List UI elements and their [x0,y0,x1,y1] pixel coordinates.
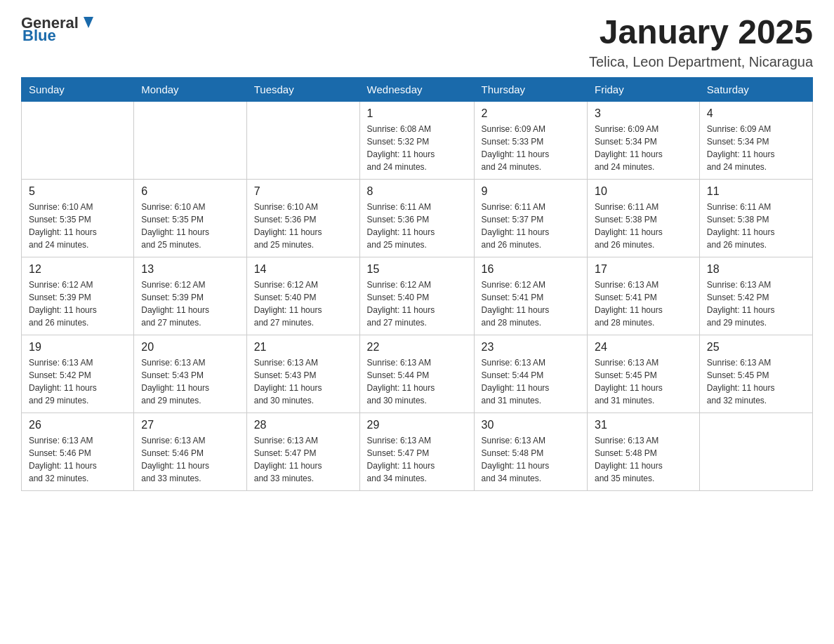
day-info: Sunrise: 6:09 AM Sunset: 5:34 PM Dayligh… [707,123,805,173]
calendar-cell: 11Sunrise: 6:11 AM Sunset: 5:38 PM Dayli… [699,179,812,257]
day-number: 11 [707,185,805,198]
calendar-cell: 25Sunrise: 6:13 AM Sunset: 5:45 PM Dayli… [699,335,812,412]
day-number: 26 [29,419,126,431]
calendar-cell: 21Sunrise: 6:13 AM Sunset: 5:43 PM Dayli… [246,335,359,412]
calendar-day-header: Sunday [22,77,134,101]
day-info: Sunrise: 6:13 AM Sunset: 5:44 PM Dayligh… [367,356,467,407]
day-info: Sunrise: 6:13 AM Sunset: 5:47 PM Dayligh… [367,434,467,485]
day-info: Sunrise: 6:08 AM Sunset: 5:32 PM Dayligh… [367,123,467,173]
calendar-cell: 26Sunrise: 6:13 AM Sunset: 5:46 PM Dayli… [22,412,134,490]
month-title: January 2025 [589,14,813,51]
day-info: Sunrise: 6:13 AM Sunset: 5:45 PM Dayligh… [595,356,692,407]
calendar-cell: 29Sunrise: 6:13 AM Sunset: 5:47 PM Dayli… [359,412,474,490]
calendar-cell: 4Sunrise: 6:09 AM Sunset: 5:34 PM Daylig… [699,101,812,179]
day-number: 20 [141,341,239,354]
calendar-cell: 31Sunrise: 6:13 AM Sunset: 5:48 PM Dayli… [587,412,699,490]
calendar-week-row: 12Sunrise: 6:12 AM Sunset: 5:39 PM Dayli… [22,257,813,335]
day-info: Sunrise: 6:09 AM Sunset: 5:33 PM Dayligh… [482,123,580,173]
logo-blue: Blue [22,27,56,45]
title-block: January 2025 Telica, Leon Department, Ni… [589,14,813,70]
day-number: 17 [595,263,692,276]
day-info: Sunrise: 6:13 AM Sunset: 5:43 PM Dayligh… [254,356,352,407]
day-info: Sunrise: 6:09 AM Sunset: 5:34 PM Dayligh… [595,123,692,173]
day-info: Sunrise: 6:13 AM Sunset: 5:48 PM Dayligh… [482,434,580,485]
calendar-header-row: SundayMondayTuesdayWednesdayThursdayFrid… [22,77,813,101]
calendar-cell: 19Sunrise: 6:13 AM Sunset: 5:42 PM Dayli… [22,335,134,412]
calendar-cell: 7Sunrise: 6:10 AM Sunset: 5:36 PM Daylig… [246,179,359,257]
calendar-cell: 8Sunrise: 6:11 AM Sunset: 5:36 PM Daylig… [359,179,474,257]
calendar-day-header: Thursday [474,77,587,101]
calendar-cell: 16Sunrise: 6:12 AM Sunset: 5:41 PM Dayli… [474,257,587,335]
day-number: 3 [595,107,692,120]
day-number: 1 [367,107,467,120]
logo: General Blue [21,14,95,45]
calendar-cell: 10Sunrise: 6:11 AM Sunset: 5:38 PM Dayli… [587,179,699,257]
day-number: 18 [707,263,805,276]
day-info: Sunrise: 6:13 AM Sunset: 5:47 PM Dayligh… [254,434,352,485]
day-info: Sunrise: 6:12 AM Sunset: 5:40 PM Dayligh… [367,279,467,329]
day-info: Sunrise: 6:12 AM Sunset: 5:41 PM Dayligh… [482,279,580,329]
day-number: 8 [367,185,467,198]
day-number: 4 [707,107,805,120]
calendar-day-header: Tuesday [246,77,359,101]
day-number: 31 [595,419,692,431]
day-info: Sunrise: 6:13 AM Sunset: 5:42 PM Dayligh… [29,356,126,407]
calendar-cell: 27Sunrise: 6:13 AM Sunset: 5:46 PM Dayli… [134,412,246,490]
calendar-cell [22,101,134,179]
day-number: 16 [482,263,580,276]
calendar-cell: 9Sunrise: 6:11 AM Sunset: 5:37 PM Daylig… [474,179,587,257]
calendar-cell: 18Sunrise: 6:13 AM Sunset: 5:42 PM Dayli… [699,257,812,335]
day-number: 29 [367,419,467,431]
day-info: Sunrise: 6:13 AM Sunset: 5:46 PM Dayligh… [29,434,126,485]
day-info: Sunrise: 6:13 AM Sunset: 5:44 PM Dayligh… [482,356,580,407]
day-number: 12 [29,263,126,276]
day-info: Sunrise: 6:12 AM Sunset: 5:40 PM Dayligh… [254,279,352,329]
calendar-week-row: 19Sunrise: 6:13 AM Sunset: 5:42 PM Dayli… [22,335,813,412]
day-info: Sunrise: 6:11 AM Sunset: 5:38 PM Dayligh… [595,201,692,251]
day-info: Sunrise: 6:11 AM Sunset: 5:36 PM Dayligh… [367,201,467,251]
day-info: Sunrise: 6:13 AM Sunset: 5:46 PM Dayligh… [141,434,239,485]
calendar-cell: 17Sunrise: 6:13 AM Sunset: 5:41 PM Dayli… [587,257,699,335]
calendar-cell: 23Sunrise: 6:13 AM Sunset: 5:44 PM Dayli… [474,335,587,412]
day-info: Sunrise: 6:13 AM Sunset: 5:45 PM Dayligh… [707,356,805,407]
calendar-cell: 30Sunrise: 6:13 AM Sunset: 5:48 PM Dayli… [474,412,587,490]
calendar-cell: 15Sunrise: 6:12 AM Sunset: 5:40 PM Dayli… [359,257,474,335]
location-title: Telica, Leon Department, Nicaragua [589,54,813,70]
day-info: Sunrise: 6:13 AM Sunset: 5:48 PM Dayligh… [595,434,692,485]
day-number: 13 [141,263,239,276]
day-number: 14 [254,263,352,276]
calendar-cell: 2Sunrise: 6:09 AM Sunset: 5:33 PM Daylig… [474,101,587,179]
calendar-day-header: Saturday [699,77,812,101]
calendar-cell: 20Sunrise: 6:13 AM Sunset: 5:43 PM Dayli… [134,335,246,412]
calendar-cell: 6Sunrise: 6:10 AM Sunset: 5:35 PM Daylig… [134,179,246,257]
calendar-cell: 12Sunrise: 6:12 AM Sunset: 5:39 PM Dayli… [22,257,134,335]
day-number: 6 [141,185,239,198]
day-info: Sunrise: 6:11 AM Sunset: 5:37 PM Dayligh… [482,201,580,251]
calendar-cell [246,101,359,179]
calendar-day-header: Monday [134,77,246,101]
day-number: 23 [482,341,580,354]
day-number: 22 [367,341,467,354]
day-number: 9 [482,185,580,198]
day-number: 21 [254,341,352,354]
day-info: Sunrise: 6:12 AM Sunset: 5:39 PM Dayligh… [29,279,126,329]
calendar-cell: 22Sunrise: 6:13 AM Sunset: 5:44 PM Dayli… [359,335,474,412]
day-number: 27 [141,419,239,431]
calendar-day-header: Friday [587,77,699,101]
calendar-cell [134,101,246,179]
day-info: Sunrise: 6:10 AM Sunset: 5:35 PM Dayligh… [29,201,126,251]
day-number: 28 [254,419,352,431]
calendar-table: SundayMondayTuesdayWednesdayThursdayFrid… [21,77,813,491]
day-info: Sunrise: 6:11 AM Sunset: 5:38 PM Dayligh… [707,201,805,251]
day-info: Sunrise: 6:13 AM Sunset: 5:41 PM Dayligh… [595,279,692,329]
day-info: Sunrise: 6:13 AM Sunset: 5:42 PM Dayligh… [707,279,805,329]
calendar-cell: 14Sunrise: 6:12 AM Sunset: 5:40 PM Dayli… [246,257,359,335]
page-header: General Blue January 2025 Telica, Leon D… [21,14,813,70]
day-number: 25 [707,341,805,354]
calendar-cell: 1Sunrise: 6:08 AM Sunset: 5:32 PM Daylig… [359,101,474,179]
calendar-cell: 13Sunrise: 6:12 AM Sunset: 5:39 PM Dayli… [134,257,246,335]
day-number: 5 [29,185,126,198]
day-info: Sunrise: 6:10 AM Sunset: 5:36 PM Dayligh… [254,201,352,251]
calendar-cell [699,412,812,490]
day-number: 24 [595,341,692,354]
